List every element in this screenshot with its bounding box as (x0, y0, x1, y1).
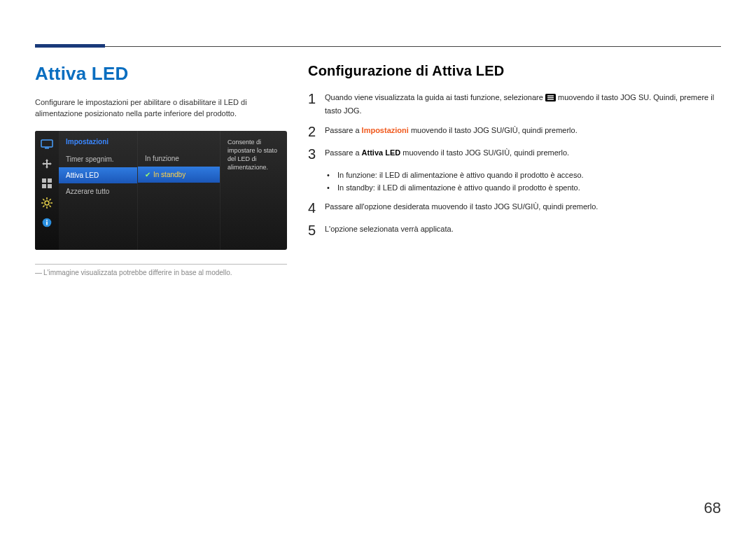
svg-rect-4 (42, 184, 46, 188)
bullet-1-text: In funzione: il LED di alimentazione è a… (337, 169, 584, 182)
step-1: 1 Quando viene visualizzata la guida ai … (308, 92, 721, 116)
left-heading: Attiva LED (35, 63, 287, 85)
svg-line-12 (50, 205, 51, 206)
step-3-b: muovendo il tasto JOG SU/GIÙ, quindi pre… (400, 148, 569, 157)
svg-line-13 (43, 205, 44, 206)
osd-description: Consente di impostare lo stato del LED d… (220, 131, 287, 250)
osd-option-1: ✔In standby (138, 167, 220, 183)
footnote: L'immagine visualizzata potrebbe differi… (35, 269, 287, 276)
step-4-number: 4 (308, 201, 325, 215)
steps: 1 Quando viene visualizzata la guida ai … (308, 92, 721, 237)
step-5-text: L'opzione selezionata verrà applicata. (325, 223, 454, 237)
step-3-a: Passare a (325, 148, 362, 157)
move-icon (41, 159, 53, 169)
svg-rect-5 (48, 184, 52, 188)
osd-menu: Impostazioni Timer spegnim. Attiva LED A… (59, 131, 137, 250)
step-2: 2 Passare a Impostazioni muovendo il tas… (308, 125, 721, 139)
osd-option-0: In funzione (138, 150, 220, 167)
top-rule-accent (35, 44, 105, 48)
osd-options: In funzione ✔In standby (137, 131, 220, 250)
step-2-text: Passare a Impostazioni muovendo il tasto… (325, 125, 578, 139)
step-4-text: Passare all'opzione desiderata muovendo … (325, 201, 598, 215)
svg-rect-2 (42, 178, 46, 183)
step-3-text: Passare a Attiva LED muovendo il tasto J… (325, 147, 569, 161)
svg-rect-21 (547, 99, 554, 99)
left-intro: Configurare le impostazioni per abilitar… (35, 97, 287, 120)
bullet-dot: • (325, 169, 332, 182)
step-1-text: Quando viene visualizzata la guida ai ta… (325, 92, 721, 116)
svg-point-6 (45, 201, 49, 205)
step-3: 3 Passare a Attiva LED muovendo il tasto… (308, 147, 721, 161)
page-number: 68 (704, 499, 721, 517)
step-2-a: Passare a (325, 126, 362, 134)
manual-page: Attiva LED Configurare le impostazioni p… (0, 0, 756, 534)
osd-item-2: Azzerare tutto (59, 183, 137, 199)
osd-item-0: Timer spegnim. (59, 151, 137, 167)
step-5: 5 L'opzione selezionata verrà applicata. (308, 223, 721, 237)
step-5-number: 5 (308, 223, 325, 237)
step-4: 4 Passare all'opzione desiderata muovend… (308, 201, 721, 215)
monitor-icon (41, 139, 53, 149)
osd-sidebar (35, 131, 59, 250)
step-3-number: 3 (308, 147, 325, 161)
osd-option-0-label: In funzione (145, 155, 179, 162)
svg-line-11 (43, 199, 44, 200)
svg-rect-16 (46, 221, 48, 225)
step-3-bold: Attiva LED (362, 148, 401, 157)
svg-line-14 (50, 199, 51, 200)
right-heading: Configurazione di Attiva LED (308, 63, 721, 79)
osd-title: Impostazioni (59, 138, 137, 151)
bullet-1: • In funzione: il LED di alimentazione è… (325, 169, 721, 182)
divider (35, 264, 287, 265)
right-column: Configurazione di Attiva LED 1 Quando vi… (308, 63, 721, 276)
top-rule (35, 46, 721, 47)
bullet-dot: • (325, 182, 332, 195)
bullet-2-text: In standby: il LED di alimentazione è at… (337, 182, 580, 195)
svg-rect-19 (547, 95, 554, 96)
bullet-2-rest: : il LED di alimentazione è attivo quand… (373, 183, 580, 192)
osd-body: Impostazioni Timer spegnim. Attiva LED A… (59, 131, 287, 250)
svg-rect-3 (48, 178, 52, 183)
info-icon (41, 218, 53, 227)
osd-option-1-label: In standby (153, 171, 186, 178)
menu-icon (545, 93, 556, 105)
bullet-2: • In standby: il LED di alimentazione è … (325, 182, 721, 195)
left-column: Attiva LED Configurare le impostazioni p… (35, 63, 287, 276)
step-1-a: Quando viene visualizzata la guida ai ta… (325, 93, 545, 101)
check-icon: ✔ (145, 171, 150, 178)
osd-screenshot: Impostazioni Timer spegnim. Attiva LED A… (35, 131, 287, 250)
bullet-2-label: In standby (337, 183, 373, 192)
bullet-1-rest: : il LED di alimentazione è attivo quand… (375, 171, 584, 179)
bullet-1-label: In funzione (337, 171, 375, 179)
step-1-number: 1 (308, 92, 325, 116)
bullets: • In funzione: il LED di alimentazione è… (325, 169, 721, 194)
columns: Attiva LED Configurare le impostazioni p… (35, 63, 721, 276)
gear-icon (41, 198, 53, 208)
step-2-bold: Impostazioni (362, 126, 409, 134)
svg-rect-0 (41, 140, 52, 147)
grid-icon (41, 178, 53, 188)
step-2-number: 2 (308, 125, 325, 139)
svg-rect-1 (45, 148, 49, 149)
svg-rect-20 (547, 97, 554, 98)
svg-rect-17 (46, 220, 48, 221)
step-2-b: muovendo il tasto JOG SU/GIÙ, quindi pre… (409, 126, 578, 134)
osd-item-1: Attiva LED (59, 167, 137, 183)
